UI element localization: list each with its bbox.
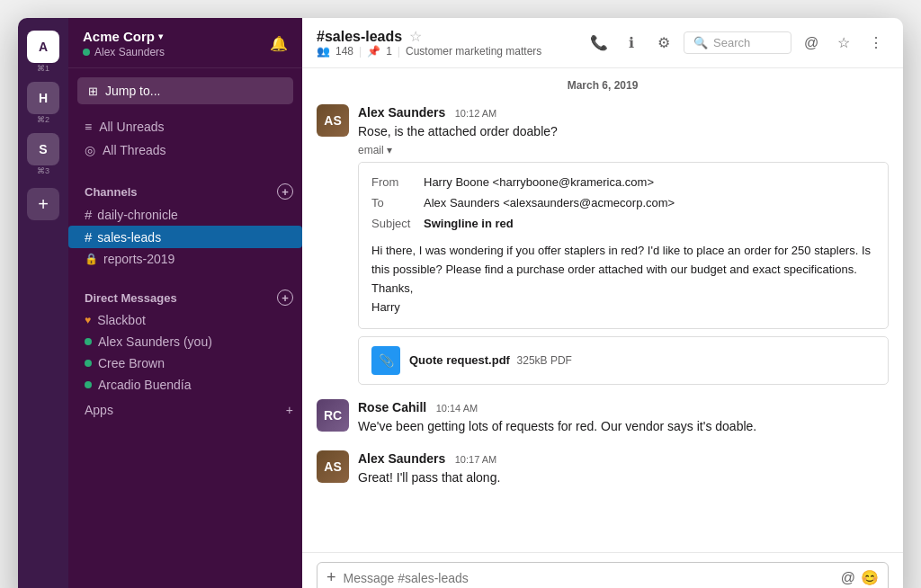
app-window: A ⌘1 H ⌘2 S ⌘3 + Acme Corp ▾ Alex Saunde… <box>18 18 903 588</box>
email-preview: From Harry Boone <harryboone@kramerica.c… <box>358 162 889 329</box>
email-to-field: To Alex Saunders <alexsaunders@acmecorp.… <box>371 194 875 213</box>
message-author: Alex Saunders <box>358 105 445 120</box>
message-input-box: + @ 😊 <box>317 562 889 588</box>
email-body: Hi there, I was wondering if you offer s… <box>371 242 875 316</box>
sidebar-item-all-unreads[interactable]: ≡ All Unreads <box>68 115 302 138</box>
emoji-button[interactable]: 😊 <box>861 569 879 586</box>
channels-section: Channels + # daily-chronicle # sales-lea… <box>68 167 302 273</box>
add-dm-button[interactable]: + <box>277 290 293 306</box>
workspace-chevron-icon: ▾ <box>158 31 163 41</box>
pdf-attachment[interactable]: 📎 Quote request.pdf 325kB PDF <box>358 336 889 385</box>
at-mention-button[interactable]: @ <box>841 570 855 586</box>
sidebar: Acme Corp ▾ Alex Saunders 🔔 ⊞ Jump to...… <box>68 18 302 588</box>
jump-to-button[interactable]: ⊞ Jump to... <box>77 77 293 104</box>
main-content: #sales-leads ☆ 👥 148 | 📌 1 | Customer ma… <box>302 18 903 588</box>
all-unreads-icon: ≡ <box>85 120 92 134</box>
notifications-bell-icon[interactable]: 🔔 <box>270 35 288 52</box>
add-app-button[interactable]: + <box>286 403 293 417</box>
star-icon[interactable]: ☆ <box>409 28 422 45</box>
ws-key-2: ⌘2 <box>37 115 49 124</box>
channel-title-area: #sales-leads ☆ 👥 148 | 📌 1 | Customer ma… <box>317 28 579 58</box>
avatar-alex-saunders: AS <box>317 104 349 137</box>
online-dot-icon <box>85 360 92 367</box>
message-time: 10:17 AM <box>455 454 496 465</box>
dm-item-arcadio-buendia[interactable]: Arcadio Buendía <box>68 374 302 396</box>
email-subject-field: Subject Swingline in red <box>371 215 875 234</box>
online-status-dot <box>83 49 90 56</box>
channel-header: #sales-leads ☆ 👥 148 | 📌 1 | Customer ma… <box>302 18 903 68</box>
message-text: We've been getting lots of requests for … <box>358 417 889 436</box>
message-text: Great! I'll pass that along. <box>358 468 889 487</box>
message-time: 10:14 AM <box>436 403 478 414</box>
dm-section: Direct Messages + ♥ Slackbot Alex Saunde… <box>68 273 302 399</box>
message-author: Alex Saunders <box>358 451 445 466</box>
workspace-info: Acme Corp ▾ Alex Saunders <box>83 29 165 58</box>
message-content-rose: Rose Cahill 10:14 AM We've been getting … <box>358 399 889 436</box>
message-input-area: + @ 😊 <box>302 552 903 588</box>
email-from-field: From Harry Boone <harryboone@kramerica.c… <box>371 174 875 192</box>
date-divider: March 6, 2019 <box>317 68 889 97</box>
message-group-rose: RC Rose Cahill 10:14 AM We've been getti… <box>317 392 889 443</box>
message-time: 10:12 AM <box>455 108 496 119</box>
ws-key-3: ⌘3 <box>37 166 49 175</box>
at-icon-button[interactable]: @ <box>799 31 824 56</box>
channel-item-daily-chronicle[interactable]: # daily-chronicle <box>68 203 302 226</box>
pin-icon: 📌 <box>367 45 380 58</box>
apps-section[interactable]: Apps + <box>68 399 302 421</box>
workspace-slot-2: H ⌘2 <box>27 82 59 124</box>
workspace-name[interactable]: Acme Corp ▾ <box>83 29 165 44</box>
search-icon: 🔍 <box>693 36 708 49</box>
channel-item-reports-2019[interactable]: 🔒 reports-2019 <box>68 248 302 270</box>
message-group-alex-1: AS Alex Saunders 10:12 AM Rose, is the a… <box>317 97 889 392</box>
channels-section-header: Channels + <box>68 180 302 203</box>
message-group-alex-2: AS Alex Saunders 10:17 AM Great! I'll pa… <box>317 443 889 494</box>
add-workspace-button[interactable]: + <box>27 188 59 220</box>
message-input[interactable] <box>344 571 834 585</box>
jump-to-icon: ⊞ <box>88 85 98 98</box>
workspace-avatar-2[interactable]: H <box>27 82 59 114</box>
dm-item-slackbot[interactable]: ♥ Slackbot <box>68 309 302 331</box>
message-content-alex-2: Alex Saunders 10:17 AM Great! I'll pass … <box>358 450 889 487</box>
message-add-button[interactable]: + <box>326 568 336 587</box>
workspace-bar: A ⌘1 H ⌘2 S ⌘3 + <box>18 18 68 588</box>
chevron-down-icon: ▾ <box>387 144 392 156</box>
workspace-avatar-3[interactable]: S <box>27 133 59 165</box>
message-content-alex-1: Alex Saunders 10:12 AM Rose, is the atta… <box>358 104 889 385</box>
channel-hash-icon: # <box>85 229 92 245</box>
channel-item-sales-leads[interactable]: # sales-leads <box>68 226 302 248</box>
online-dot-icon <box>85 338 92 345</box>
user-status: Alex Saunders <box>83 46 165 58</box>
lock-icon: 🔒 <box>85 253 98 265</box>
email-toggle[interactable]: email ▾ <box>358 144 889 156</box>
avatar-alex-saunders-2: AS <box>317 450 349 483</box>
star-icon-button[interactable]: ☆ <box>831 31 856 56</box>
add-channel-button[interactable]: + <box>277 183 293 200</box>
sidebar-header: Acme Corp ▾ Alex Saunders 🔔 <box>68 18 302 68</box>
channel-hash-icon: # <box>85 207 92 222</box>
dm-section-header: Direct Messages + <box>68 286 302 309</box>
channel-search-box[interactable]: 🔍 Search <box>684 31 791 54</box>
input-actions: @ 😊 <box>841 569 879 586</box>
more-icon-button[interactable]: ⋮ <box>863 31 889 56</box>
channel-meta: 👥 148 | 📌 1 | Customer marketing matters <box>317 45 579 58</box>
sidebar-nav: ≡ All Unreads ◎ All Threads <box>68 110 302 167</box>
messages-area: March 6, 2019 AS Alex Saunders 10:12 AM … <box>302 68 903 552</box>
dm-item-cree-brown[interactable]: Cree Brown <box>68 352 302 374</box>
header-actions: 📞 ℹ ⚙ 🔍 Search @ ☆ ⋮ <box>586 31 889 56</box>
workspace-slot-1: A ⌘1 <box>27 31 59 73</box>
settings-icon-button[interactable]: ⚙ <box>651 31 676 56</box>
channel-name: #sales-leads <box>317 29 402 45</box>
member-icon: 👥 <box>317 45 330 58</box>
message-author: Rose Cahill <box>358 400 426 414</box>
dm-item-alex-saunders[interactable]: Alex Saunders (you) <box>68 331 302 352</box>
online-dot-icon <box>85 381 92 388</box>
sidebar-item-all-threads[interactable]: ◎ All Threads <box>68 138 302 162</box>
phone-icon-button[interactable]: 📞 <box>586 31 612 56</box>
message-text: Rose, is the attached order doable? <box>358 122 889 141</box>
info-icon-button[interactable]: ℹ <box>619 31 644 56</box>
workspace-slot-3: S ⌘3 <box>27 133 59 175</box>
all-threads-icon: ◎ <box>85 143 95 157</box>
workspace-avatar-1[interactable]: A <box>27 31 59 63</box>
slackbot-heart-icon: ♥ <box>85 314 91 326</box>
ws-key-1: ⌘1 <box>37 64 49 73</box>
